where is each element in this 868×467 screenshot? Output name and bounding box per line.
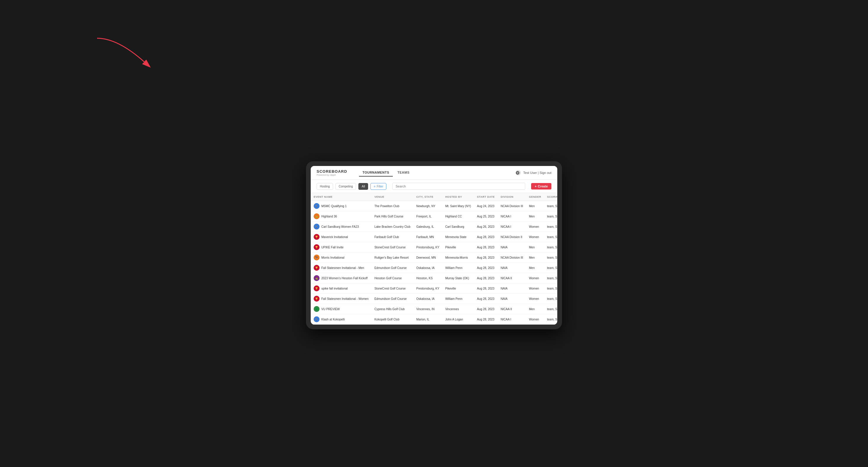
venue-8: StoneCrest Golf Course — [371, 283, 413, 294]
competing-filter-btn[interactable]: Competing — [335, 183, 356, 190]
col-event-name: EVENT NAME — [311, 193, 371, 201]
gender-1: Men — [526, 211, 544, 222]
start-date-5: Aug 28, 2023 — [474, 252, 498, 263]
event-name-0: MSMC Qualifying 1 — [321, 205, 347, 208]
event-name-cell-1: ⛳ Highland 36 — [311, 211, 371, 222]
tab-teams[interactable]: TEAMS — [394, 169, 413, 177]
start-date-4: Aug 28, 2023 — [474, 242, 498, 252]
division-3: NCAA Division II — [498, 232, 526, 242]
tab-tournaments[interactable]: TOURNAMENTS — [359, 169, 393, 177]
event-name-cell-8: 🏆 upike fall invitational — [311, 283, 371, 294]
city-state-4: Prestonsburg, KY — [413, 242, 442, 252]
city-state-6: Oskaloosa, IA — [413, 263, 442, 273]
start-date-0: Aug 24, 2023 — [474, 201, 498, 211]
table-header: EVENT NAME VENUE CITY, STATE HOSTED BY S… — [311, 193, 557, 201]
scoring-9: team, Stroke Play — [544, 294, 557, 304]
gender-3: Women — [526, 232, 544, 242]
filter-label: Filter — [377, 185, 383, 188]
scoring-1: team, Stroke Play — [544, 211, 557, 222]
event-name-cell-9: 🏆 Fall Statesmen Invitational - Women — [311, 294, 371, 304]
create-label: Create — [538, 185, 548, 188]
search-box — [392, 183, 525, 190]
table-row: 🦅 Morris Invitational Ruttger's Bay Lake… — [311, 252, 557, 263]
event-name-cell-7: ⛳ 2023 Women's Hesston Fall Kickoff — [311, 273, 371, 283]
scoring-2: team, Stroke Play — [544, 222, 557, 232]
scoring-7: team, Stroke Play — [544, 273, 557, 283]
event-name-3: Maverick Invitational — [321, 236, 348, 239]
scoring-8: team, Stroke Play — [544, 283, 557, 294]
city-state-11: Marion, IL — [413, 314, 442, 324]
all-filter-btn[interactable]: All — [359, 183, 368, 190]
tablet-frame: SCOREBOARD Powered by clippit TOURNAMENT… — [306, 161, 562, 329]
event-name-cell-5: 🦅 Morris Invitational — [311, 252, 371, 263]
table-row: 🏌 Carl Sandburg Women FA23 Lake Bracken … — [311, 222, 557, 232]
col-city-state: CITY, STATE — [413, 193, 442, 201]
event-name-7: 2023 Women's Hesston Fall Kickoff — [321, 277, 368, 280]
table-body: 🏌 MSMC Qualifying 1 The Powelton Club Ne… — [311, 201, 557, 324]
team-icon-7: ⛳ — [314, 275, 319, 281]
start-date-7: Aug 28, 2023 — [474, 273, 498, 283]
team-icon-8: 🏆 — [314, 285, 319, 291]
event-name-2: Carl Sandburg Women FA23 — [321, 225, 359, 228]
table-row: 🏆 Fall Statesmen Invitational - Women Ed… — [311, 294, 557, 304]
team-icon-9: 🏆 — [314, 296, 319, 302]
table-row: 🏆 Maverick Invitational Faribault Golf C… — [311, 232, 557, 242]
event-name-8: upike fall invitational — [321, 287, 348, 290]
division-2: NICAA I — [498, 222, 526, 232]
venue-5: Ruttger's Bay Lake Resort — [371, 252, 413, 263]
nav-tabs: TOURNAMENTS TEAMS — [359, 169, 508, 177]
filter-icon-btn[interactable]: ≡ Filter — [370, 183, 386, 190]
table-row: 🏌 Klash at Kokopelli Kokopelli Golf Club… — [311, 314, 557, 324]
city-state-7: Hesston, KS — [413, 273, 442, 283]
scoring-10: team, Stroke Play — [544, 304, 557, 314]
gender-4: Men — [526, 242, 544, 252]
hosted-by-8: Pikeville — [442, 283, 474, 294]
division-10: NICAA II — [498, 304, 526, 314]
event-name-cell-2: 🏌 Carl Sandburg Women FA23 — [311, 222, 371, 232]
settings-icon[interactable]: ⚙ — [516, 170, 521, 176]
gender-0: Men — [526, 201, 544, 211]
toolbar: Hosting Competing All ≡ Filter + Create — [311, 180, 557, 193]
city-state-0: Newburgh, NY — [413, 201, 442, 211]
venue-6: Edmundson Golf Course — [371, 263, 413, 273]
nav-right: ⚙ Test User | Sign out — [516, 170, 551, 176]
col-hosted-by: HOSTED BY — [442, 193, 474, 201]
start-date-9: Aug 28, 2023 — [474, 294, 498, 304]
table-container: EVENT NAME VENUE CITY, STATE HOSTED BY S… — [311, 193, 557, 324]
table-row: 🏌 MSMC Qualifying 1 The Powelton Club Ne… — [311, 201, 557, 211]
venue-2: Lake Bracken Country Club — [371, 222, 413, 232]
division-7: NICAA II — [498, 273, 526, 283]
event-name-10: VU PREVIEW — [321, 308, 340, 311]
tournaments-table: EVENT NAME VENUE CITY, STATE HOSTED BY S… — [311, 193, 557, 324]
hosted-by-0: Mt. Saint Mary (NY) — [442, 201, 474, 211]
city-state-3: Faribault, MN — [413, 232, 442, 242]
venue-0: The Powelton Club — [371, 201, 413, 211]
hosted-by-10: Vincennes — [442, 304, 474, 314]
search-input[interactable] — [392, 183, 525, 190]
event-name-cell-6: 🏆 Fall Statesmen Invitational - Men — [311, 263, 371, 273]
create-btn[interactable]: + Create — [531, 183, 551, 189]
hosted-by-9: William Penn — [442, 294, 474, 304]
team-icon-6: 🏆 — [314, 265, 319, 271]
gender-2: Women — [526, 222, 544, 232]
division-6: NAIA — [498, 263, 526, 273]
team-icon-5: 🦅 — [314, 254, 319, 260]
logo-title: SCOREBOARD — [317, 169, 347, 174]
venue-4: StoneCrest Golf Course — [371, 242, 413, 252]
gender-8: Women — [526, 283, 544, 294]
team-icon-10: 🌲 — [314, 306, 319, 312]
venue-3: Faribault Golf Club — [371, 232, 413, 242]
venue-9: Edmundson Golf Course — [371, 294, 413, 304]
user-text: Test User | Sign out — [523, 171, 551, 175]
instruction-line3: top of the screen. — [9, 34, 117, 50]
team-icon-11: 🏌 — [314, 316, 319, 322]
table-row: 🏆 upike fall invitational StoneCrest Gol… — [311, 283, 557, 294]
start-date-3: Aug 28, 2023 — [474, 232, 498, 242]
hosting-filter-btn[interactable]: Hosting — [317, 183, 333, 190]
start-date-1: Aug 25, 2023 — [474, 211, 498, 222]
city-state-5: Deerwood, MN — [413, 252, 442, 263]
venue-7: Hesston Golf Course — [371, 273, 413, 283]
city-state-10: Vincennes, IN — [413, 304, 442, 314]
table-row: ⛳ Highland 36 Park Hills Golf Course Fre… — [311, 211, 557, 222]
hosted-by-6: William Penn — [442, 263, 474, 273]
